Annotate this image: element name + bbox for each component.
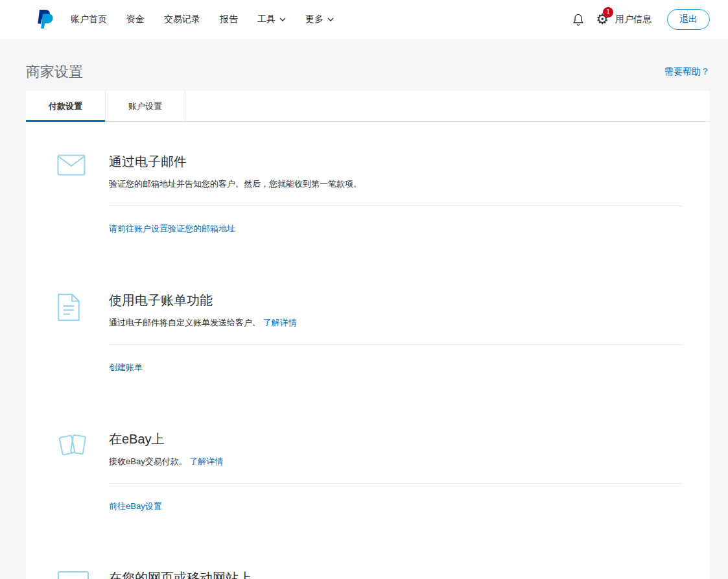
nav-label: 资金 [126, 14, 145, 25]
logout-button[interactable]: 退出 [667, 9, 710, 30]
section-description: 通过电子邮件将自定义账单发送给客户。 了解详情 [109, 317, 683, 329]
top-nav-bar: 账户首页 资金 交易记录 报告 工具 更多 ⚙ 1 用户信息 退出 [0, 0, 728, 39]
paypal-logo-icon[interactable] [36, 9, 54, 30]
nav-item-more[interactable]: 更多 [305, 14, 334, 25]
section-ebay: 在eBay上 接收eBay交易付款。 了解详情 前往eBay设置 [26, 431, 710, 569]
section-icon-col [57, 431, 109, 569]
section-body: 在您的网页或移动网站上 [109, 569, 683, 579]
notification-badge: 1 [603, 7, 613, 18]
section-title: 在您的网页或移动网站上 [109, 569, 683, 579]
learn-more-link[interactable]: 了解详情 [189, 456, 223, 466]
divider [109, 344, 683, 345]
nav-label: 账户首页 [71, 14, 107, 25]
chevron-down-icon [327, 18, 334, 21]
nav-label: 报告 [220, 14, 238, 25]
nav-item-activity[interactable]: 交易记录 [164, 14, 200, 25]
section-icon-col [57, 569, 109, 579]
section-title: 在eBay上 [109, 431, 683, 448]
main-nav: 账户首页 资金 交易记录 报告 工具 更多 [71, 14, 334, 25]
tab-account-settings[interactable]: 账户设置 [106, 91, 185, 121]
header-right-group: ⚙ 1 用户信息 退出 [572, 9, 710, 30]
nav-label: 交易记录 [164, 14, 200, 25]
section-description-text: 接收eBay交易付款。 [109, 456, 187, 466]
tab-payment-settings[interactable]: 付款设置 [26, 91, 106, 121]
section-title: 通过电子邮件 [109, 153, 683, 171]
nav-label: 更多 [305, 14, 323, 25]
settings-tabbar: 付款设置 账户设置 [26, 91, 710, 122]
page-title: 商家设置 [26, 62, 83, 82]
section-icon-col [57, 153, 109, 292]
ebay-settings-link[interactable]: 前往eBay设置 [109, 484, 162, 569]
nav-item-reports[interactable]: 报告 [220, 14, 238, 25]
section-body: 在eBay上 接收eBay交易付款。 了解详情 前往eBay设置 [109, 431, 683, 569]
user-info-label[interactable]: 用户信息 [615, 14, 652, 25]
divider [109, 483, 683, 484]
learn-more-link[interactable]: 了解详情 [263, 318, 297, 327]
nav-item-account-home[interactable]: 账户首页 [71, 14, 107, 25]
page-title-row: 商家设置 需要帮助？ [26, 62, 710, 82]
settings-card: 付款设置 账户设置 通过电子邮件 验证您的邮箱地址并告知您的客户。然后，您就能收… [26, 91, 710, 579]
cards-icon [57, 432, 87, 458]
section-email: 通过电子邮件 验证您的邮箱地址并告知您的客户。然后，您就能收到第一笔款项。 请前… [26, 122, 710, 292]
nav-label: 工具 [257, 14, 276, 25]
verify-email-link[interactable]: 请前往账户设置验证您的邮箱地址 [109, 206, 235, 292]
section-body: 通过电子邮件 验证您的邮箱地址并告知您的客户。然后，您就能收到第一笔款项。 请前… [109, 153, 683, 292]
settings-gear-icon[interactable]: ⚙ 1 [596, 12, 609, 27]
notifications-bell-icon[interactable] [572, 13, 584, 27]
chevron-down-icon [279, 18, 286, 21]
section-body: 使用电子账单功能 通过电子邮件将自定义账单发送给客户。 了解详情 创建账单 [109, 292, 683, 431]
section-invoicing: 使用电子账单功能 通过电子邮件将自定义账单发送给客户。 了解详情 创建账单 [26, 292, 710, 431]
nav-item-money[interactable]: 资金 [126, 14, 145, 25]
envelope-icon [57, 154, 86, 176]
section-description: 接收eBay交易付款。 了解详情 [109, 456, 683, 467]
section-website: 在您的网页或移动网站上 [26, 569, 710, 579]
section-description: 验证您的邮箱地址并告知您的客户。然后，您就能收到第一笔款项。 [109, 178, 683, 190]
help-link[interactable]: 需要帮助？ [664, 66, 710, 78]
main-content: 商家设置 需要帮助？ 付款设置 账户设置 通过电子邮件 验证您的邮箱地址并告知您… [0, 39, 728, 579]
nav-item-tools[interactable]: 工具 [257, 14, 286, 25]
monitor-icon [57, 571, 89, 579]
section-description-text: 通过电子邮件将自定义账单发送给客户。 [109, 318, 261, 327]
invoice-icon [57, 293, 80, 322]
section-icon-col [57, 292, 109, 431]
section-title: 使用电子账单功能 [109, 292, 683, 309]
create-invoice-link[interactable]: 创建账单 [109, 345, 143, 431]
